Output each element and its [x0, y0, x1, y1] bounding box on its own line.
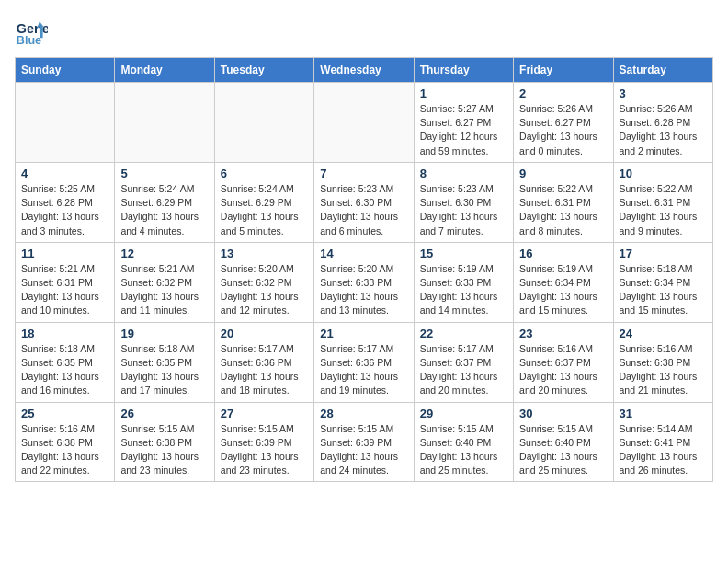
day-info: Sunrise: 5:22 AM Sunset: 6:31 PM Dayligh… [620, 182, 707, 238]
calendar-cell: 17Sunrise: 5:18 AM Sunset: 6:34 PM Dayli… [613, 242, 712, 322]
day-number: 18 [21, 327, 108, 340]
day-info: Sunrise: 5:18 AM Sunset: 6:35 PM Dayligh… [120, 342, 208, 398]
day-number: 29 [420, 407, 507, 420]
day-info: Sunrise: 5:17 AM Sunset: 6:37 PM Dayligh… [420, 342, 507, 398]
day-number: 9 [519, 167, 607, 180]
day-number: 26 [120, 407, 208, 420]
calendar-cell: 19Sunrise: 5:18 AM Sunset: 6:35 PM Dayli… [115, 322, 214, 402]
calendar-cell: 25Sunrise: 5:16 AM Sunset: 6:38 PM Dayli… [16, 402, 115, 482]
day-number: 8 [420, 167, 507, 180]
day-number: 22 [420, 327, 507, 340]
day-number: 4 [21, 167, 108, 180]
day-number: 27 [221, 407, 308, 420]
day-info: Sunrise: 5:16 AM Sunset: 6:37 PM Dayligh… [519, 342, 607, 398]
calendar-cell: 7Sunrise: 5:23 AM Sunset: 6:30 PM Daylig… [314, 162, 414, 242]
day-info: Sunrise: 5:14 AM Sunset: 6:41 PM Dayligh… [620, 422, 707, 478]
weekday-header: Friday [514, 58, 613, 83]
day-number: 23 [519, 327, 607, 340]
calendar-cell: 23Sunrise: 5:16 AM Sunset: 6:37 PM Dayli… [514, 322, 613, 402]
day-info: Sunrise: 5:15 AM Sunset: 6:39 PM Dayligh… [221, 422, 308, 478]
day-info: Sunrise: 5:25 AM Sunset: 6:28 PM Dayligh… [21, 182, 108, 238]
day-info: Sunrise: 5:23 AM Sunset: 6:30 PM Dayligh… [420, 182, 507, 238]
day-number: 16 [519, 247, 607, 260]
logo-icon: General Blue [15, 15, 48, 48]
day-number: 17 [620, 247, 707, 260]
day-number: 21 [320, 327, 407, 340]
calendar-week-row: 11Sunrise: 5:21 AM Sunset: 6:31 PM Dayli… [16, 242, 713, 322]
calendar-cell [314, 83, 414, 163]
day-info: Sunrise: 5:21 AM Sunset: 6:31 PM Dayligh… [21, 262, 108, 318]
weekday-header: Wednesday [314, 58, 414, 83]
calendar-cell: 20Sunrise: 5:17 AM Sunset: 6:36 PM Dayli… [214, 322, 313, 402]
day-info: Sunrise: 5:22 AM Sunset: 6:31 PM Dayligh… [519, 182, 607, 238]
day-info: Sunrise: 5:17 AM Sunset: 6:36 PM Dayligh… [320, 342, 407, 398]
calendar-cell: 16Sunrise: 5:19 AM Sunset: 6:34 PM Dayli… [514, 242, 613, 322]
day-number: 30 [519, 407, 607, 420]
calendar-cell: 27Sunrise: 5:15 AM Sunset: 6:39 PM Dayli… [214, 402, 313, 482]
calendar-cell: 9Sunrise: 5:22 AM Sunset: 6:31 PM Daylig… [514, 162, 613, 242]
svg-text:Blue: Blue [17, 34, 41, 47]
calendar-cell [16, 83, 115, 163]
calendar-week-row: 4Sunrise: 5:25 AM Sunset: 6:28 PM Daylig… [16, 162, 713, 242]
calendar-cell: 29Sunrise: 5:15 AM Sunset: 6:40 PM Dayli… [414, 402, 513, 482]
day-number: 10 [620, 167, 707, 180]
day-number: 24 [620, 327, 707, 340]
calendar-cell: 1Sunrise: 5:27 AM Sunset: 6:27 PM Daylig… [414, 83, 513, 163]
calendar-cell: 12Sunrise: 5:21 AM Sunset: 6:32 PM Dayli… [115, 242, 214, 322]
weekday-header: Sunday [16, 58, 115, 83]
calendar-cell: 6Sunrise: 5:24 AM Sunset: 6:29 PM Daylig… [214, 162, 313, 242]
day-info: Sunrise: 5:24 AM Sunset: 6:29 PM Dayligh… [221, 182, 308, 238]
day-number: 28 [320, 407, 407, 420]
day-info: Sunrise: 5:16 AM Sunset: 6:38 PM Dayligh… [21, 422, 108, 478]
day-number: 2 [519, 86, 607, 100]
calendar-cell: 3Sunrise: 5:26 AM Sunset: 6:28 PM Daylig… [613, 83, 712, 163]
day-info: Sunrise: 5:19 AM Sunset: 6:34 PM Dayligh… [519, 262, 607, 318]
weekday-header: Saturday [613, 58, 712, 83]
calendar-cell: 8Sunrise: 5:23 AM Sunset: 6:30 PM Daylig… [414, 162, 513, 242]
weekday-header: Tuesday [214, 58, 313, 83]
day-info: Sunrise: 5:15 AM Sunset: 6:38 PM Dayligh… [120, 422, 208, 478]
day-info: Sunrise: 5:15 AM Sunset: 6:40 PM Dayligh… [420, 422, 507, 478]
day-info: Sunrise: 5:26 AM Sunset: 6:28 PM Dayligh… [620, 102, 707, 158]
svg-text:General: General [17, 21, 48, 36]
weekday-row: SundayMondayTuesdayWednesdayThursdayFrid… [16, 58, 713, 83]
logo: General Blue [15, 15, 51, 48]
calendar-cell: 5Sunrise: 5:24 AM Sunset: 6:29 PM Daylig… [115, 162, 214, 242]
day-number: 14 [320, 247, 407, 260]
day-number: 1 [420, 86, 507, 100]
calendar-cell: 2Sunrise: 5:26 AM Sunset: 6:27 PM Daylig… [514, 83, 613, 163]
calendar-cell: 15Sunrise: 5:19 AM Sunset: 6:33 PM Dayli… [414, 242, 513, 322]
day-number: 19 [120, 327, 208, 340]
day-info: Sunrise: 5:19 AM Sunset: 6:33 PM Dayligh… [420, 262, 507, 318]
day-info: Sunrise: 5:23 AM Sunset: 6:30 PM Dayligh… [320, 182, 407, 238]
calendar-cell [214, 83, 313, 163]
calendar-cell: 10Sunrise: 5:22 AM Sunset: 6:31 PM Dayli… [613, 162, 712, 242]
day-number: 11 [21, 247, 108, 260]
day-info: Sunrise: 5:15 AM Sunset: 6:40 PM Dayligh… [519, 422, 607, 478]
calendar-cell: 30Sunrise: 5:15 AM Sunset: 6:40 PM Dayli… [514, 402, 613, 482]
day-info: Sunrise: 5:24 AM Sunset: 6:29 PM Dayligh… [120, 182, 208, 238]
calendar-body: 1Sunrise: 5:27 AM Sunset: 6:27 PM Daylig… [16, 83, 713, 482]
day-number: 31 [620, 407, 707, 420]
calendar-cell: 31Sunrise: 5:14 AM Sunset: 6:41 PM Dayli… [613, 402, 712, 482]
calendar-cell: 4Sunrise: 5:25 AM Sunset: 6:28 PM Daylig… [16, 162, 115, 242]
page-header: General Blue [15, 15, 713, 48]
day-number: 6 [221, 167, 308, 180]
day-info: Sunrise: 5:26 AM Sunset: 6:27 PM Dayligh… [519, 102, 607, 158]
calendar-week-row: 18Sunrise: 5:18 AM Sunset: 6:35 PM Dayli… [16, 322, 713, 402]
weekday-header: Thursday [414, 58, 513, 83]
calendar-cell: 21Sunrise: 5:17 AM Sunset: 6:36 PM Dayli… [314, 322, 414, 402]
day-info: Sunrise: 5:18 AM Sunset: 6:35 PM Dayligh… [21, 342, 108, 398]
calendar-week-row: 25Sunrise: 5:16 AM Sunset: 6:38 PM Dayli… [16, 402, 713, 482]
calendar-cell: 13Sunrise: 5:20 AM Sunset: 6:32 PM Dayli… [214, 242, 313, 322]
day-number: 7 [320, 167, 407, 180]
day-number: 20 [221, 327, 308, 340]
weekday-header: Monday [115, 58, 214, 83]
calendar-week-row: 1Sunrise: 5:27 AM Sunset: 6:27 PM Daylig… [16, 83, 713, 163]
calendar-cell [115, 83, 214, 163]
day-info: Sunrise: 5:18 AM Sunset: 6:34 PM Dayligh… [620, 262, 707, 318]
day-info: Sunrise: 5:20 AM Sunset: 6:32 PM Dayligh… [221, 262, 308, 318]
day-info: Sunrise: 5:17 AM Sunset: 6:36 PM Dayligh… [221, 342, 308, 398]
day-number: 3 [620, 86, 707, 100]
day-info: Sunrise: 5:27 AM Sunset: 6:27 PM Dayligh… [420, 102, 507, 158]
